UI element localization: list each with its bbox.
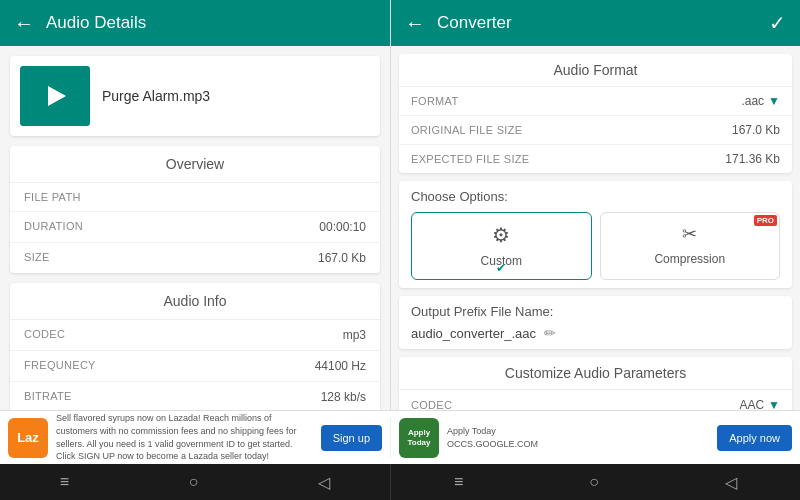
left-panel: ← Audio Details Purge Alarm.mp3 Overview… [0,0,390,410]
codec-value: mp3 [343,328,366,342]
ad-right-text: Apply TodayOCCS.GOOGLE.COM [447,425,709,450]
right-header-left: ← Converter [405,12,512,35]
audio-format-title: Audio Format [399,54,792,87]
ad-left: Laz Sell flavored syrups now on Lazada! … [0,412,390,462]
choose-options-section: Choose Options: ⚙ Custom ✔ PRO ✂ Compres… [399,181,792,288]
audio-card: Purge Alarm.mp3 [10,56,380,136]
output-prefix-section: Output Prefix File Name: audio_converter… [399,296,792,349]
option-compression[interactable]: PRO ✂ Compression [600,212,781,280]
ad-banner: Laz Sell flavored syrups now on Lazada! … [0,410,800,464]
codec-param-label: CODEC [411,399,452,410]
left-nav: ≡ ○ ◁ [0,464,390,500]
ad-right: Apply Today Apply TodayOCCS.GOOGLE.COM A… [390,418,800,458]
options-grid: ⚙ Custom ✔ PRO ✂ Compression [411,212,780,280]
frequency-label: FREQUNECY [24,359,96,373]
expected-size-value: 171.36 Kb [725,152,780,166]
audio-filename: Purge Alarm.mp3 [102,88,210,104]
expected-size-label: EXPECTED FILE SIZE [411,153,529,165]
table-row: CODEC AAC ▼ [399,390,792,410]
output-label: Output Prefix File Name: [411,304,780,319]
right-back-icon[interactable]: ← [405,12,425,35]
options-label: Choose Options: [411,189,780,204]
overview-title: Overview [10,146,380,183]
right-home-icon[interactable]: ○ [589,473,599,491]
format-value[interactable]: .aac ▼ [741,94,780,108]
table-row: SIZE 167.0 Kb [10,243,380,273]
table-row: BITRATE 128 kb/s [10,382,380,410]
frequency-value: 44100 Hz [315,359,366,373]
original-size-value: 167.0 Kb [732,123,780,137]
play-thumbnail[interactable] [20,66,90,126]
right-menu-icon[interactable]: ≡ [454,473,463,491]
sign-up-button[interactable]: Sign up [321,425,382,451]
bitrate-value: 128 kb/s [321,390,366,404]
nav-bar: ≡ ○ ◁ ≡ ○ ◁ [0,464,800,500]
output-filename-text: audio_converter_.aac [411,326,536,341]
right-title: Converter [437,13,512,33]
right-body: Audio Format FORMAT .aac ▼ ORIGINAL FILE… [391,46,800,410]
apply-now-button[interactable]: Apply now [717,425,792,451]
table-row: CODEC mp3 [10,320,380,351]
left-title: Audio Details [46,13,146,33]
right-panel: ← Converter ✓ Audio Format FORMAT .aac ▼… [390,0,800,410]
left-back-nav-icon[interactable]: ◁ [318,473,330,492]
output-filename-row: audio_converter_.aac ✏ [411,325,780,341]
duration-label: DURATION [24,220,83,234]
table-row: DURATION 00:00:10 [10,212,380,243]
file-path-label: FILE PATH [24,191,81,203]
left-body: Purge Alarm.mp3 Overview FILE PATH DURAT… [0,46,390,410]
gear-icon: ⚙ [428,223,575,247]
table-row: FILE PATH [10,183,380,212]
codec-dropdown-icon: ▼ [768,398,780,410]
lazada-logo: Laz [8,418,48,458]
option-custom[interactable]: ⚙ Custom ✔ [411,212,592,280]
audio-info-card: Audio Info CODEC mp3 FREQUNECY 44100 Hz … [10,283,380,410]
original-size-label: ORIGINAL FILE SIZE [411,124,522,136]
right-header: ← Converter ✓ [391,0,800,46]
codec-param-value[interactable]: AAC ▼ [739,398,780,410]
left-home-icon[interactable]: ○ [189,473,199,491]
format-dropdown-icon: ▼ [768,94,780,108]
left-back-icon[interactable]: ← [14,12,34,35]
audio-info-title: Audio Info [10,283,380,320]
pro-badge: PRO [754,215,777,226]
right-nav: ≡ ○ ◁ [390,464,800,500]
apply-today-logo: Apply Today [399,418,439,458]
size-label: SIZE [24,251,50,265]
table-row: FORMAT .aac ▼ [399,87,792,116]
overview-card: Overview FILE PATH DURATION 00:00:10 SIZ… [10,146,380,273]
customize-section: Customize Audio Parameters CODEC AAC ▼ F… [399,357,792,410]
customize-title: Customize Audio Parameters [399,357,792,390]
audio-format-card: Audio Format FORMAT .aac ▼ ORIGINAL FILE… [399,54,792,173]
table-row: FREQUNECY 44100 Hz [10,351,380,382]
format-label: FORMAT [411,95,458,107]
scissors-icon: ✂ [617,223,764,245]
bitrate-label: BITRATE [24,390,72,404]
table-row: EXPECTED FILE SIZE 171.36 Kb [399,145,792,173]
left-menu-icon[interactable]: ≡ [60,473,69,491]
option-selected-check: ✔ [496,261,506,275]
table-row: ORIGINAL FILE SIZE 167.0 Kb [399,116,792,145]
codec-label: CODEC [24,328,65,342]
option-compression-label: Compression [654,252,725,266]
left-header: ← Audio Details [0,0,390,46]
right-back-nav-icon[interactable]: ◁ [725,473,737,492]
duration-value: 00:00:10 [319,220,366,234]
ad-left-text: Sell flavored syrups now on Lazada! Reac… [56,412,313,462]
play-button-icon [48,86,66,106]
size-value: 167.0 Kb [318,251,366,265]
edit-icon[interactable]: ✏ [544,325,556,341]
confirm-icon[interactable]: ✓ [769,11,786,35]
